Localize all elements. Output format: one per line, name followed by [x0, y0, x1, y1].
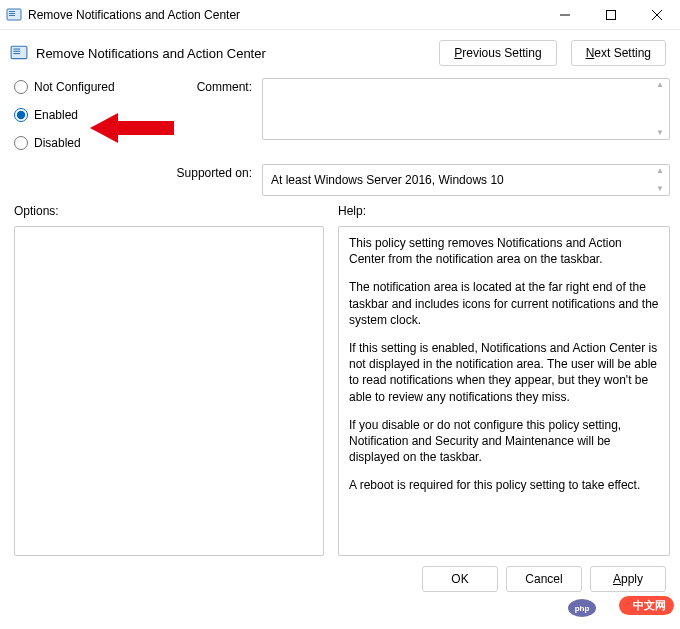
radio-not-configured[interactable]: Not Configured	[14, 80, 164, 94]
minimize-button[interactable]	[542, 0, 588, 30]
help-text: If you disable or do not configure this …	[349, 417, 659, 466]
scroll-down-icon: ▼	[656, 185, 664, 193]
previous-setting-button[interactable]: Previous Setting	[439, 40, 556, 66]
radio-label: Enabled	[34, 108, 78, 122]
options-panel	[14, 226, 324, 556]
radio-label: Not Configured	[34, 80, 115, 94]
scroll-up-icon: ▲	[656, 81, 664, 89]
radio-input[interactable]	[14, 80, 28, 94]
scrollbar[interactable]: ▲▼	[653, 167, 667, 193]
help-text: A reboot is required for this policy set…	[349, 477, 659, 493]
next-setting-button[interactable]: Next Setting	[571, 40, 666, 66]
annotation-arrow	[90, 113, 174, 143]
titlebar[interactable]: Remove Notifications and Action Center	[0, 0, 680, 30]
page-title: Remove Notifications and Action Center	[36, 46, 266, 61]
watermark-badge: 中文网	[619, 596, 674, 615]
radio-input[interactable]	[14, 108, 28, 122]
scroll-up-icon: ▲	[656, 167, 664, 175]
options-label: Options:	[14, 204, 324, 218]
svg-rect-0	[7, 9, 21, 20]
window-title: Remove Notifications and Action Center	[28, 8, 240, 22]
supported-on-field: At least Windows Server 2016, Windows 10…	[262, 164, 670, 196]
radio-input[interactable]	[14, 136, 28, 150]
scroll-down-icon: ▼	[656, 129, 664, 137]
help-label: Help:	[338, 204, 670, 218]
watermark-logo: php	[568, 599, 596, 617]
supported-on-label: Supported on:	[168, 164, 258, 180]
svg-rect-9	[13, 49, 20, 50]
help-text: This policy setting removes Notification…	[349, 235, 659, 267]
comment-input[interactable]: ▲▼	[262, 78, 670, 140]
window-controls	[542, 0, 680, 30]
maximize-button[interactable]	[588, 0, 634, 30]
svg-rect-10	[13, 51, 20, 52]
header-row: Remove Notifications and Action Center P…	[0, 30, 680, 72]
svg-rect-11	[13, 53, 20, 54]
svg-rect-1	[9, 11, 15, 12]
help-text: If this setting is enabled, Notification…	[349, 340, 659, 405]
footer: OK Cancel Apply	[0, 556, 680, 602]
policy-icon	[10, 44, 28, 62]
cancel-button[interactable]: Cancel	[506, 566, 582, 592]
apply-button[interactable]: Apply	[590, 566, 666, 592]
svg-rect-3	[9, 15, 15, 16]
svg-rect-8	[11, 46, 27, 58]
radio-label: Disabled	[34, 136, 81, 150]
svg-rect-5	[607, 10, 616, 19]
supported-on-value: At least Windows Server 2016, Windows 10	[271, 173, 504, 187]
close-button[interactable]	[634, 0, 680, 30]
help-panel: This policy setting removes Notification…	[338, 226, 670, 556]
svg-rect-2	[9, 13, 15, 14]
comment-label: Comment:	[168, 78, 258, 94]
ok-button[interactable]: OK	[422, 566, 498, 592]
scrollbar[interactable]: ▲▼	[653, 81, 667, 137]
policy-icon	[6, 7, 22, 23]
help-text: The notification area is located at the …	[349, 279, 659, 328]
